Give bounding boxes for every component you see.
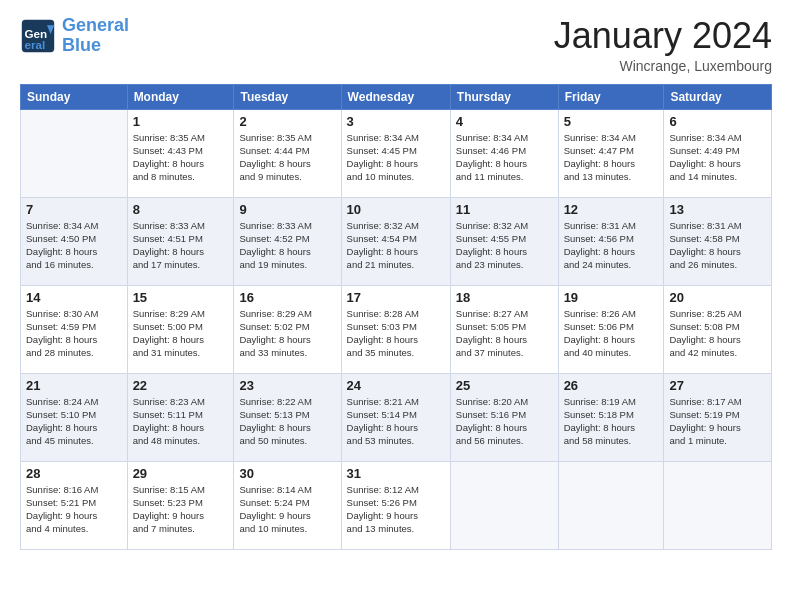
calendar-cell — [664, 461, 772, 549]
header-monday: Monday — [127, 84, 234, 109]
calendar-week-row: 1Sunrise: 8:35 AMSunset: 4:43 PMDaylight… — [21, 109, 772, 197]
day-number: 31 — [347, 466, 445, 481]
calendar-week-row: 21Sunrise: 8:24 AMSunset: 5:10 PMDayligh… — [21, 373, 772, 461]
header-friday: Friday — [558, 84, 664, 109]
day-number: 1 — [133, 114, 229, 129]
day-number: 9 — [239, 202, 335, 217]
calendar-week-row: 14Sunrise: 8:30 AMSunset: 4:59 PMDayligh… — [21, 285, 772, 373]
calendar-cell: 25Sunrise: 8:20 AMSunset: 5:16 PMDayligh… — [450, 373, 558, 461]
day-number: 16 — [239, 290, 335, 305]
header-wednesday: Wednesday — [341, 84, 450, 109]
logo-icon: Gen eral — [20, 18, 56, 54]
day-number: 14 — [26, 290, 122, 305]
calendar-cell: 19Sunrise: 8:26 AMSunset: 5:06 PMDayligh… — [558, 285, 664, 373]
svg-text:eral: eral — [25, 37, 46, 50]
header-sunday: Sunday — [21, 84, 128, 109]
day-info: Sunrise: 8:15 AMSunset: 5:23 PMDaylight:… — [133, 483, 229, 536]
day-number: 23 — [239, 378, 335, 393]
day-info: Sunrise: 8:25 AMSunset: 5:08 PMDaylight:… — [669, 307, 766, 360]
calendar-cell: 15Sunrise: 8:29 AMSunset: 5:00 PMDayligh… — [127, 285, 234, 373]
calendar-cell: 26Sunrise: 8:19 AMSunset: 5:18 PMDayligh… — [558, 373, 664, 461]
month-title: January 2024 — [554, 16, 772, 56]
day-number: 26 — [564, 378, 659, 393]
calendar-cell: 20Sunrise: 8:25 AMSunset: 5:08 PMDayligh… — [664, 285, 772, 373]
calendar-cell: 14Sunrise: 8:30 AMSunset: 4:59 PMDayligh… — [21, 285, 128, 373]
calendar-cell: 11Sunrise: 8:32 AMSunset: 4:55 PMDayligh… — [450, 197, 558, 285]
calendar-cell: 8Sunrise: 8:33 AMSunset: 4:51 PMDaylight… — [127, 197, 234, 285]
day-info: Sunrise: 8:21 AMSunset: 5:14 PMDaylight:… — [347, 395, 445, 448]
day-info: Sunrise: 8:34 AMSunset: 4:49 PMDaylight:… — [669, 131, 766, 184]
calendar-cell: 31Sunrise: 8:12 AMSunset: 5:26 PMDayligh… — [341, 461, 450, 549]
day-info: Sunrise: 8:23 AMSunset: 5:11 PMDaylight:… — [133, 395, 229, 448]
day-number: 19 — [564, 290, 659, 305]
day-number: 4 — [456, 114, 553, 129]
day-info: Sunrise: 8:26 AMSunset: 5:06 PMDaylight:… — [564, 307, 659, 360]
calendar-cell: 22Sunrise: 8:23 AMSunset: 5:11 PMDayligh… — [127, 373, 234, 461]
location: Wincrange, Luxembourg — [554, 58, 772, 74]
day-number: 12 — [564, 202, 659, 217]
calendar-week-row: 7Sunrise: 8:34 AMSunset: 4:50 PMDaylight… — [21, 197, 772, 285]
day-info: Sunrise: 8:29 AMSunset: 5:02 PMDaylight:… — [239, 307, 335, 360]
header-saturday: Saturday — [664, 84, 772, 109]
logo-blue: Blue — [62, 35, 101, 55]
calendar-body: 1Sunrise: 8:35 AMSunset: 4:43 PMDaylight… — [21, 109, 772, 549]
weekday-header-row: Sunday Monday Tuesday Wednesday Thursday… — [21, 84, 772, 109]
logo-text: General Blue — [62, 16, 129, 56]
day-number: 30 — [239, 466, 335, 481]
day-info: Sunrise: 8:32 AMSunset: 4:55 PMDaylight:… — [456, 219, 553, 272]
calendar-cell: 23Sunrise: 8:22 AMSunset: 5:13 PMDayligh… — [234, 373, 341, 461]
day-info: Sunrise: 8:20 AMSunset: 5:16 PMDaylight:… — [456, 395, 553, 448]
day-info: Sunrise: 8:16 AMSunset: 5:21 PMDaylight:… — [26, 483, 122, 536]
day-info: Sunrise: 8:35 AMSunset: 4:44 PMDaylight:… — [239, 131, 335, 184]
day-number: 5 — [564, 114, 659, 129]
day-info: Sunrise: 8:33 AMSunset: 4:51 PMDaylight:… — [133, 219, 229, 272]
calendar-cell: 24Sunrise: 8:21 AMSunset: 5:14 PMDayligh… — [341, 373, 450, 461]
calendar-cell: 16Sunrise: 8:29 AMSunset: 5:02 PMDayligh… — [234, 285, 341, 373]
day-info: Sunrise: 8:12 AMSunset: 5:26 PMDaylight:… — [347, 483, 445, 536]
day-number: 15 — [133, 290, 229, 305]
logo-general: General — [62, 15, 129, 35]
day-info: Sunrise: 8:34 AMSunset: 4:50 PMDaylight:… — [26, 219, 122, 272]
day-info: Sunrise: 8:31 AMSunset: 4:56 PMDaylight:… — [564, 219, 659, 272]
calendar-cell: 5Sunrise: 8:34 AMSunset: 4:47 PMDaylight… — [558, 109, 664, 197]
day-info: Sunrise: 8:34 AMSunset: 4:46 PMDaylight:… — [456, 131, 553, 184]
calendar-cell — [558, 461, 664, 549]
day-number: 6 — [669, 114, 766, 129]
calendar-page: Gen eral General Blue January 2024 Wincr… — [0, 0, 792, 612]
day-info: Sunrise: 8:35 AMSunset: 4:43 PMDaylight:… — [133, 131, 229, 184]
calendar-cell: 2Sunrise: 8:35 AMSunset: 4:44 PMDaylight… — [234, 109, 341, 197]
day-number: 8 — [133, 202, 229, 217]
calendar-cell — [450, 461, 558, 549]
calendar-table: Sunday Monday Tuesday Wednesday Thursday… — [20, 84, 772, 550]
day-number: 11 — [456, 202, 553, 217]
day-info: Sunrise: 8:30 AMSunset: 4:59 PMDaylight:… — [26, 307, 122, 360]
day-info: Sunrise: 8:14 AMSunset: 5:24 PMDaylight:… — [239, 483, 335, 536]
calendar-cell: 9Sunrise: 8:33 AMSunset: 4:52 PMDaylight… — [234, 197, 341, 285]
day-number: 25 — [456, 378, 553, 393]
day-info: Sunrise: 8:17 AMSunset: 5:19 PMDaylight:… — [669, 395, 766, 448]
day-info: Sunrise: 8:19 AMSunset: 5:18 PMDaylight:… — [564, 395, 659, 448]
day-number: 18 — [456, 290, 553, 305]
day-info: Sunrise: 8:33 AMSunset: 4:52 PMDaylight:… — [239, 219, 335, 272]
day-info: Sunrise: 8:29 AMSunset: 5:00 PMDaylight:… — [133, 307, 229, 360]
day-info: Sunrise: 8:31 AMSunset: 4:58 PMDaylight:… — [669, 219, 766, 272]
day-number: 24 — [347, 378, 445, 393]
day-info: Sunrise: 8:27 AMSunset: 5:05 PMDaylight:… — [456, 307, 553, 360]
calendar-cell — [21, 109, 128, 197]
day-info: Sunrise: 8:32 AMSunset: 4:54 PMDaylight:… — [347, 219, 445, 272]
day-number: 20 — [669, 290, 766, 305]
day-info: Sunrise: 8:22 AMSunset: 5:13 PMDaylight:… — [239, 395, 335, 448]
day-number: 2 — [239, 114, 335, 129]
logo: Gen eral General Blue — [20, 16, 129, 56]
day-number: 10 — [347, 202, 445, 217]
calendar-week-row: 28Sunrise: 8:16 AMSunset: 5:21 PMDayligh… — [21, 461, 772, 549]
day-number: 27 — [669, 378, 766, 393]
day-number: 7 — [26, 202, 122, 217]
calendar-cell: 13Sunrise: 8:31 AMSunset: 4:58 PMDayligh… — [664, 197, 772, 285]
day-number: 3 — [347, 114, 445, 129]
calendar-cell: 3Sunrise: 8:34 AMSunset: 4:45 PMDaylight… — [341, 109, 450, 197]
title-block: January 2024 Wincrange, Luxembourg — [554, 16, 772, 74]
day-number: 28 — [26, 466, 122, 481]
calendar-cell: 6Sunrise: 8:34 AMSunset: 4:49 PMDaylight… — [664, 109, 772, 197]
calendar-cell: 7Sunrise: 8:34 AMSunset: 4:50 PMDaylight… — [21, 197, 128, 285]
